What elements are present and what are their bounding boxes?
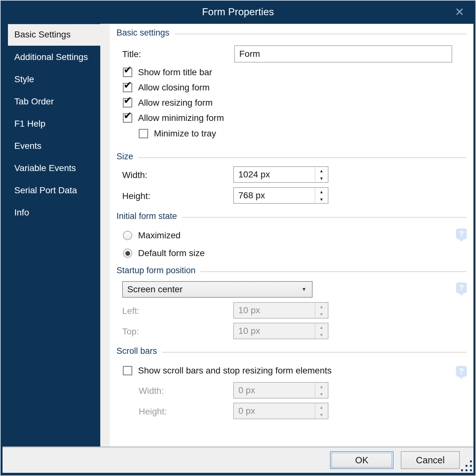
help-icon[interactable]: ?: [456, 366, 467, 377]
allow-resizing-form-checkbox[interactable]: ✔: [123, 98, 132, 108]
show-form-title-bar-checkbox[interactable]: ✔: [123, 68, 132, 77]
spinner-up-icon: ▲: [315, 323, 328, 331]
sidebar-item-variable-events[interactable]: Variable Events: [3, 157, 100, 180]
section-heading-size: Size: [116, 152, 466, 162]
sidebar-item-info[interactable]: Info: [3, 202, 100, 224]
checkbox-row-allow-minimizing-form: ✔ Allow minimizing form: [123, 113, 224, 123]
check-icon: ✔: [123, 80, 132, 90]
checkbox-row-allow-resizing-form: ✔ Allow resizing form: [123, 98, 213, 108]
show-scroll-bars-checkbox[interactable]: ✔: [123, 366, 132, 375]
help-icon[interactable]: ?: [456, 228, 467, 239]
top-position-spinner: 10 px ▲▼: [233, 323, 328, 339]
sidebar-content-divider: [100, 24, 110, 446]
heading-rule: [138, 157, 466, 158]
radio-label: Maximized: [138, 230, 181, 241]
check-icon: ✔: [123, 65, 132, 75]
form-title-input[interactable]: Form: [234, 45, 452, 63]
form-title-value: Form: [239, 49, 260, 59]
spinner-down-icon[interactable]: ▼: [315, 195, 328, 203]
settings-panel: Basic settings Title: Form ✔ Show form t…: [110, 24, 473, 446]
chevron-down-icon: ▼: [296, 287, 312, 292]
heading-rule: [175, 34, 466, 34]
dialog-titlebar[interactable]: Form Properties ✕: [3, 0, 473, 24]
spinner-down-icon: ▼: [315, 390, 328, 398]
spinner-down-icon: ▼: [315, 331, 328, 339]
checkbox-label: Show form title bar: [138, 67, 212, 77]
spinner-down-icon: ▼: [315, 411, 328, 419]
spinner-up-icon: ▲: [315, 403, 328, 411]
spinner-value: 10 px: [234, 323, 315, 339]
ok-button-label: OK: [332, 453, 392, 467]
checkbox-label: Allow resizing form: [138, 98, 213, 108]
allow-closing-form-checkbox[interactable]: ✔: [123, 83, 132, 92]
maximized-radio[interactable]: [123, 231, 132, 240]
section-heading-initial-form-state: Initial form state: [116, 211, 466, 221]
sidebar-item-style[interactable]: Style: [3, 69, 100, 91]
dropdown-value: Screen center: [123, 284, 296, 294]
spinner-value: 10 px: [234, 303, 315, 318]
spinner-value: 768 px: [234, 188, 315, 203]
dialog-footer: OK Cancel: [3, 446, 473, 473]
scrollbar-width-label: Width:: [139, 386, 164, 396]
heading-rule: [162, 352, 466, 353]
form-width-spinner[interactable]: 1024 px ▲▼: [233, 166, 328, 183]
spinner-up-icon[interactable]: ▲: [315, 188, 328, 195]
radio-label: Default form size: [138, 248, 205, 258]
spinner-value: 0 px: [234, 403, 315, 419]
sidebar-item-basic-settings[interactable]: Basic Settings: [8, 24, 100, 46]
spinner-value: 1024 px: [234, 167, 315, 182]
spinner-value: 0 px: [234, 383, 315, 398]
minimize-to-tray-checkbox[interactable]: ✔: [139, 129, 148, 138]
width-label: Width:: [122, 170, 147, 180]
dialog-title: Form Properties: [202, 6, 274, 18]
heading-rule: [182, 217, 466, 218]
sidebar-item-additional-settings[interactable]: Additional Settings: [3, 46, 100, 69]
cancel-button[interactable]: Cancel: [401, 451, 460, 469]
spinner-up-icon: ▲: [315, 303, 328, 310]
form-properties-dialog: Form Properties ✕ Basic Settings Additio…: [0, 0, 476, 476]
checkbox-row-show-scroll-bars: ✔ Show scroll bars and stop resizing for…: [123, 366, 332, 376]
checkbox-label: Minimize to tray: [154, 129, 216, 139]
spinner-up-icon[interactable]: ▲: [315, 167, 328, 175]
radio-row-default-form-size: Default form size: [123, 248, 205, 258]
left-position-spinner: 10 px ▲▼: [233, 302, 328, 319]
height-label: Height:: [122, 191, 150, 201]
checkbox-row-allow-closing-form: ✔ Allow closing form: [123, 83, 210, 93]
checkbox-label: Allow closing form: [138, 83, 210, 93]
spinner-down-icon[interactable]: ▼: [315, 175, 328, 182]
check-icon: ✔: [123, 95, 132, 105]
sidebar-item-events[interactable]: Events: [3, 135, 100, 157]
spinner-up-icon: ▲: [315, 383, 328, 390]
form-height-spinner[interactable]: 768 px ▲▼: [233, 187, 328, 204]
check-icon: ✔: [123, 110, 132, 121]
sidebar: Basic Settings Additional Settings Style…: [3, 24, 100, 446]
sidebar-item-serial-port-data[interactable]: Serial Port Data: [3, 180, 100, 202]
close-icon[interactable]: ✕: [451, 4, 468, 20]
heading-rule: [201, 271, 466, 272]
scrollbar-height-label: Height:: [139, 407, 167, 417]
radio-row-maximized: Maximized: [123, 230, 181, 241]
checkbox-row-show-form-title-bar: ✔ Show form title bar: [123, 67, 212, 77]
ok-button[interactable]: OK: [330, 451, 393, 469]
checkbox-row-minimize-to-tray: ✔ Minimize to tray: [139, 129, 216, 139]
dialog-body: Basic Settings Additional Settings Style…: [3, 24, 473, 446]
section-heading-basic-settings: Basic settings: [116, 28, 466, 38]
title-label: Title:: [122, 49, 141, 59]
scrollbar-height-spinner: 0 px ▲▼: [233, 403, 328, 419]
allow-minimizing-form-checkbox[interactable]: ✔: [123, 113, 132, 123]
scrollbar-width-spinner: 0 px ▲▼: [233, 382, 328, 399]
section-heading-scroll-bars: Scroll bars: [116, 346, 466, 356]
top-label: Top:: [122, 327, 139, 337]
startup-position-dropdown[interactable]: Screen center ▼: [122, 281, 313, 298]
sidebar-item-tab-order[interactable]: Tab Order: [3, 91, 100, 113]
default-form-size-radio[interactable]: [123, 248, 132, 258]
section-heading-startup-form-position: Startup form position: [116, 266, 466, 275]
left-label: Left:: [122, 306, 139, 316]
sidebar-item-f1-help[interactable]: F1 Help: [3, 113, 100, 135]
spinner-down-icon: ▼: [315, 310, 328, 318]
checkbox-label: Allow minimizing form: [138, 113, 224, 123]
resize-grip-icon[interactable]: [459, 458, 473, 472]
help-icon[interactable]: ?: [456, 282, 467, 293]
checkbox-label: Show scroll bars and stop resizing form …: [138, 366, 332, 376]
